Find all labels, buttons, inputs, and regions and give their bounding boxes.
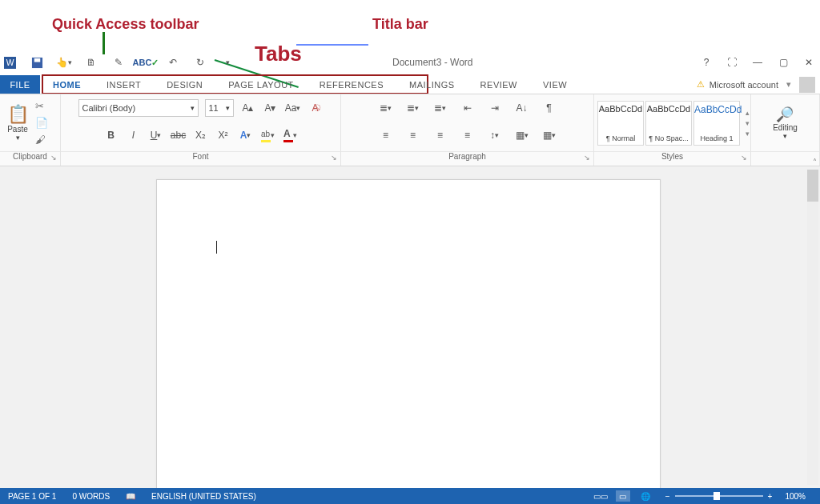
font-launcher-icon[interactable]: ↘ [331,154,337,162]
bullets-button[interactable]: ≣▾ [378,100,394,116]
close-icon[interactable]: ✕ [802,56,815,69]
zoom-in-button[interactable]: + [768,492,773,501]
spellcheck-icon[interactable]: ABC✓ [139,56,152,69]
styles-launcher-icon[interactable]: ↘ [741,154,747,162]
ms-account[interactable]: ⚠ Microsoft account ▾ [697,75,820,94]
subscript-button[interactable]: X₂ [193,127,209,143]
avatar[interactable] [799,77,815,93]
tab-design[interactable]: DESIGN [154,75,215,94]
word-app-icon: W [3,56,16,69]
tab-references[interactable]: REFERENCES [307,75,396,94]
undo-icon[interactable]: ↶ [167,56,179,69]
italic-button[interactable]: I [126,127,142,143]
style-no-spacing[interactable]: AaBbCcDd¶ No Spac... [645,101,692,146]
document-page[interactable] [156,179,661,501]
increase-indent-button[interactable]: ⇥ [487,100,503,116]
align-center-button[interactable]: ≡ [405,127,421,143]
help-icon[interactable]: ? [700,56,713,69]
view-buttons: ▭▭ ▭ 🌐 [587,490,659,502]
warning-icon: ⚠ [697,79,705,90]
group-label-font: Font [192,152,208,161]
qat-customize-icon[interactable]: ▾ [221,56,234,69]
numbering-button[interactable]: ≣▾ [405,100,421,116]
text-effects-button[interactable]: A▾ [238,127,254,143]
highlight-button[interactable]: ab▾ [260,127,276,143]
group-clipboard: 📋 Paste ▾ ✂ 📄 🖌 Clipboard↘ [0,94,61,166]
status-language[interactable]: ENGLISH (UNITED STATES) [143,492,264,501]
print-layout-button[interactable]: ▭ [616,490,630,502]
tab-file[interactable]: FILE [0,75,40,94]
justify-button[interactable]: ≡ [460,127,476,143]
decrease-indent-button[interactable]: ⇤ [460,100,476,116]
open-icon[interactable]: ✎ [112,56,125,69]
vertical-scrollbar[interactable] [807,170,818,485]
style-normal[interactable]: AaBbCcDd¶ Normal [597,101,644,146]
web-layout-button[interactable]: 🌐 [638,490,653,502]
show-marks-button[interactable]: ¶ [541,100,557,116]
status-page[interactable]: PAGE 1 OF 1 [0,492,64,501]
status-words[interactable]: 0 WORDS [64,492,118,501]
anno-qat-line [102,32,105,54]
status-proofing-icon[interactable]: 📖 [118,492,143,501]
bold-button[interactable]: B [103,127,119,143]
touch-mode-icon[interactable]: 👆▾ [58,56,70,69]
find-button[interactable]: 🔎 Editing▾ [773,106,798,140]
zoom-track[interactable] [675,495,763,497]
tab-insert[interactable]: INSERT [94,75,154,94]
align-right-button[interactable]: ≡ [432,127,448,143]
new-doc-icon[interactable]: 🗎 [85,56,98,69]
tab-home[interactable]: HOME [40,75,94,94]
account-dropdown-icon[interactable]: ▾ [783,79,794,90]
clear-formatting-button[interactable]: A⃠ [308,100,324,116]
style-heading1[interactable]: AaBbCcDdHeading 1 [693,101,740,146]
shading-button[interactable]: ▦▾ [514,127,530,143]
group-label-styles: Styles [661,152,683,161]
font-name-select[interactable]: Calibri (Body)▾ [78,99,199,117]
superscript-button[interactable]: X² [215,127,231,143]
ribbon-display-icon[interactable]: ⛶ [726,56,738,69]
line-spacing-button[interactable]: ↕▾ [487,127,503,143]
paste-label: Paste [3,125,32,134]
multilevel-button[interactable]: ≣▾ [432,100,448,116]
paste-button[interactable]: 📋 Paste ▾ [3,104,32,142]
group-styles: AaBbCcDd¶ Normal AaBbCcDd¶ No Spac... Aa… [594,94,751,166]
font-size-select[interactable]: 11▾ [205,99,234,117]
redo-icon[interactable]: ↻ [194,56,207,69]
maximize-icon[interactable]: ▢ [777,56,790,69]
zoom-thumb[interactable] [713,492,720,500]
font-color-button[interactable]: A▾ [283,127,299,143]
anno-qat: Quick Access toolbar [52,16,199,33]
align-left-button[interactable]: ≡ [378,127,394,143]
paragraph-launcher-icon[interactable]: ↘ [584,154,590,162]
collapse-ribbon-icon[interactable]: ˄ [813,158,817,166]
group-font: Calibri (Body)▾ 11▾ A▴ A▾ Aa▾ A⃠ B I U▾ … [61,94,341,166]
read-mode-button[interactable]: ▭▭ [593,490,608,502]
anno-title-underline [296,44,368,46]
zoom-out-button[interactable]: − [665,492,670,501]
tab-review[interactable]: REVIEW [468,75,530,94]
borders-button[interactable]: ▦▾ [541,127,557,143]
zoom-percent[interactable]: 100% [777,492,814,501]
tab-mailings[interactable]: MAILINGS [396,75,468,94]
change-case-button[interactable]: Aa▾ [285,100,301,116]
tab-view[interactable]: VIEW [530,75,580,94]
tab-page-layout[interactable]: PAGE LAYOUT [215,75,307,94]
group-editing: 🔎 Editing▾ ˄ [751,94,820,166]
minimize-icon[interactable]: — [751,56,764,69]
scrollbar-thumb[interactable] [807,170,818,202]
document-area [0,166,820,488]
cut-icon[interactable]: ✂ [35,100,48,112]
shrink-font-button[interactable]: A▾ [263,100,279,116]
group-label-clipboard: Clipboard [13,152,47,161]
sort-button[interactable]: A↓ [514,100,530,116]
save-icon[interactable] [30,56,43,69]
format-painter-icon[interactable]: 🖌 [35,134,48,146]
clipboard-launcher-icon[interactable]: ↘ [50,154,57,162]
text-cursor [216,241,217,254]
group-label-paragraph: Paragraph [448,152,486,161]
strikethrough-button[interactable]: abc [171,127,187,143]
copy-icon[interactable]: 📄 [35,117,48,129]
grow-font-button[interactable]: A▴ [240,100,256,116]
status-bar: PAGE 1 OF 1 0 WORDS 📖 ENGLISH (UNITED ST… [0,488,820,504]
underline-button[interactable]: U▾ [148,127,164,143]
